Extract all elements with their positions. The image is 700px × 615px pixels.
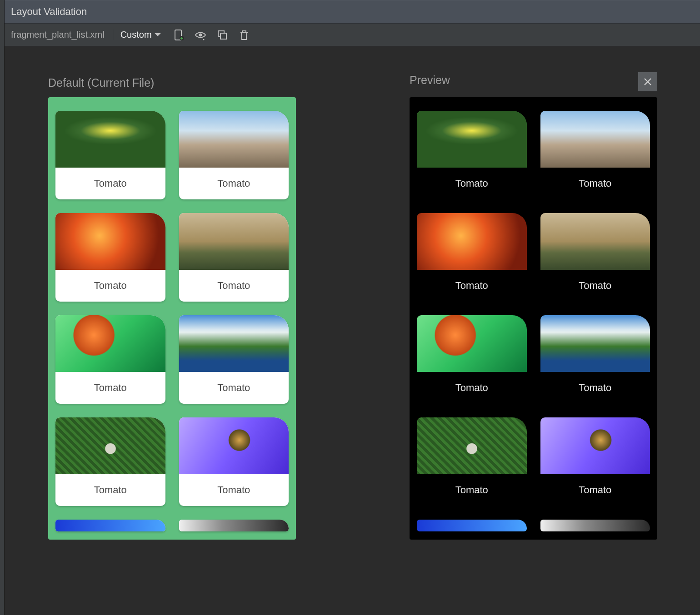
plant-label: Tomato	[540, 270, 650, 302]
plant-card[interactable]	[417, 520, 527, 531]
plant-card[interactable]: Tomato	[540, 111, 650, 199]
plant-label: Tomato	[417, 270, 527, 302]
plant-label: Tomato	[179, 474, 289, 506]
plant-label: Tomato	[55, 270, 165, 302]
tool-bar: fragment_plant_list.xml Custom	[5, 24, 700, 46]
plant-card[interactable]: Tomato	[540, 213, 650, 302]
plant-thumbnail	[179, 417, 289, 474]
plant-label: Tomato	[55, 168, 165, 199]
plant-thumbnail	[540, 315, 650, 372]
plant-card[interactable]: Tomato	[55, 315, 165, 404]
plant-thumbnail	[540, 213, 650, 270]
close-icon	[643, 77, 652, 86]
delete-icon[interactable]	[238, 29, 250, 41]
grid-preview: TomatoTomatoTomatoTomatoTomatoTomatoToma…	[417, 111, 650, 531]
plant-card[interactable]: Tomato	[417, 213, 527, 302]
tool-icons	[173, 29, 250, 41]
pane-preview-title: Preview	[410, 71, 450, 89]
plant-card[interactable]: Tomato	[179, 111, 289, 199]
plant-card[interactable]: Tomato	[179, 213, 289, 302]
grid-default: TomatoTomatoTomatoTomatoTomatoTomatoToma…	[55, 111, 289, 531]
add-device-icon[interactable]	[173, 29, 185, 41]
plant-thumbnail	[55, 213, 165, 270]
plant-label: Tomato	[55, 474, 165, 506]
plant-label: Tomato	[417, 372, 527, 404]
plant-thumbnail	[417, 213, 527, 270]
phone-preview: TomatoTomatoTomatoTomatoTomatoTomatoToma…	[410, 97, 657, 540]
plant-thumbnail	[540, 111, 650, 168]
plant-thumbnail	[179, 520, 289, 531]
copy-icon[interactable]	[216, 29, 228, 41]
plant-thumbnail	[179, 111, 289, 168]
plant-label: Tomato	[417, 168, 527, 199]
svg-rect-4	[220, 33, 226, 39]
device-dropdown[interactable]: Custom	[120, 30, 161, 40]
plant-card[interactable]	[540, 520, 650, 531]
plant-label: Tomato	[179, 168, 289, 199]
plant-card[interactable]	[179, 520, 289, 531]
device-dropdown-label: Custom	[120, 30, 152, 40]
plant-card[interactable]: Tomato	[417, 111, 527, 199]
canvas[interactable]: Default (Current File) TomatoTomatoTomat…	[5, 46, 700, 615]
plant-label: Tomato	[179, 372, 289, 404]
plant-card[interactable]: Tomato	[55, 417, 165, 506]
phone-default: TomatoTomatoTomatoTomatoTomatoTomatoToma…	[48, 97, 296, 540]
plant-card[interactable]: Tomato	[55, 111, 165, 199]
plant-label: Tomato	[417, 474, 527, 506]
plant-thumbnail	[55, 111, 165, 168]
pane-default-title: Default (Current File)	[48, 74, 296, 92]
plant-label: Tomato	[540, 168, 650, 199]
plant-thumbnail	[179, 315, 289, 372]
plant-card[interactable]: Tomato	[540, 315, 650, 404]
plant-thumbnail	[417, 111, 527, 168]
plant-thumbnail	[540, 520, 650, 531]
main-area: Layout Validation fragment_plant_list.xm…	[5, 0, 700, 615]
plant-thumbnail	[417, 417, 527, 474]
plant-card[interactable]: Tomato	[417, 315, 527, 404]
plant-label: Tomato	[55, 372, 165, 404]
plant-card[interactable]: Tomato	[417, 417, 527, 506]
svg-point-2	[199, 33, 202, 36]
plant-thumbnail	[179, 213, 289, 270]
plant-card[interactable]: Tomato	[540, 417, 650, 506]
close-preview-button[interactable]	[638, 72, 657, 91]
plant-label: Tomato	[179, 270, 289, 302]
plant-card[interactable]	[55, 520, 165, 531]
file-name: fragment_plant_list.xml	[11, 30, 113, 40]
plant-card[interactable]: Tomato	[179, 315, 289, 404]
plant-thumbnail	[417, 520, 527, 531]
pane-default: Default (Current File) TomatoTomatoTomat…	[48, 74, 296, 615]
plant-label: Tomato	[540, 372, 650, 404]
title-bar: Layout Validation	[5, 0, 700, 24]
chevron-down-icon	[155, 32, 161, 38]
plant-thumbnail	[417, 315, 527, 372]
visibility-icon[interactable]	[195, 29, 206, 41]
plant-card[interactable]: Tomato	[55, 213, 165, 302]
plant-thumbnail	[540, 417, 650, 474]
plant-thumbnail	[55, 315, 165, 372]
pane-preview: Preview TomatoTomatoTomatoTomatoTomatoTo…	[410, 74, 657, 615]
title-text: Layout Validation	[11, 6, 87, 18]
left-gutter	[0, 0, 5, 615]
plant-card[interactable]: Tomato	[179, 417, 289, 506]
plant-label: Tomato	[540, 474, 650, 506]
plant-thumbnail	[55, 417, 165, 474]
plant-thumbnail	[55, 520, 165, 531]
